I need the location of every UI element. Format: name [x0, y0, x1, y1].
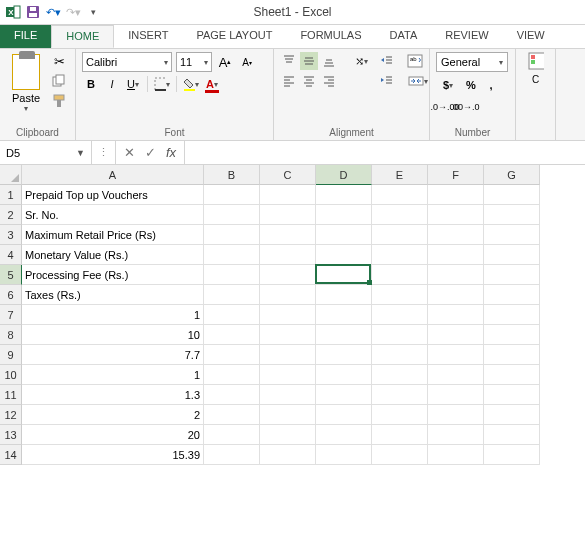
increase-font-icon[interactable]: A▴: [216, 53, 234, 71]
format-painter-icon[interactable]: [50, 92, 68, 110]
cell[interactable]: [204, 305, 260, 325]
cell[interactable]: [484, 265, 540, 285]
font-color-button[interactable]: A▾: [203, 75, 221, 93]
cell[interactable]: [204, 325, 260, 345]
cell[interactable]: [316, 285, 372, 305]
decrease-font-icon[interactable]: A▾: [238, 53, 256, 71]
cell[interactable]: [316, 365, 372, 385]
cell[interactable]: [484, 385, 540, 405]
tab-file[interactable]: FILE: [0, 25, 51, 48]
tab-view[interactable]: VIEW: [503, 25, 559, 48]
cancel-icon[interactable]: ✕: [124, 145, 135, 160]
cell[interactable]: [428, 425, 484, 445]
cell[interactable]: [204, 445, 260, 465]
column-header[interactable]: C: [260, 165, 316, 185]
cell[interactable]: [316, 345, 372, 365]
paste-dropdown-icon[interactable]: ▾: [6, 104, 46, 113]
column-header[interactable]: G: [484, 165, 540, 185]
cell[interactable]: [260, 405, 316, 425]
bold-button[interactable]: B: [82, 75, 100, 93]
underline-button[interactable]: U▾: [124, 75, 142, 93]
row-header[interactable]: 6: [0, 285, 22, 305]
row-header[interactable]: 10: [0, 365, 22, 385]
cell[interactable]: [204, 185, 260, 205]
cell[interactable]: [484, 365, 540, 385]
number-format-combo[interactable]: General▾: [436, 52, 508, 72]
cell[interactable]: [204, 205, 260, 225]
column-header[interactable]: B: [204, 165, 260, 185]
cell[interactable]: [260, 185, 316, 205]
cell[interactable]: [372, 285, 428, 305]
cell[interactable]: [316, 185, 372, 205]
cell[interactable]: [260, 305, 316, 325]
cell[interactable]: [204, 405, 260, 425]
borders-button[interactable]: ▾: [153, 75, 171, 93]
cell[interactable]: [316, 205, 372, 225]
cell[interactable]: [316, 405, 372, 425]
formula-input[interactable]: [185, 141, 585, 164]
column-header[interactable]: D: [316, 165, 372, 185]
cell[interactable]: Maximum Retail Price (Rs): [22, 225, 204, 245]
cells-area[interactable]: Prepaid Top up VouchersSr. No.Maximum Re…: [22, 185, 540, 465]
cell[interactable]: [484, 445, 540, 465]
cell[interactable]: [316, 225, 372, 245]
column-header[interactable]: F: [428, 165, 484, 185]
row-header[interactable]: 12: [0, 405, 22, 425]
cell[interactable]: [316, 385, 372, 405]
cell[interactable]: [372, 405, 428, 425]
cell[interactable]: 10: [22, 325, 204, 345]
cell[interactable]: [204, 245, 260, 265]
enter-icon[interactable]: ✓: [145, 145, 156, 160]
row-header[interactable]: 7: [0, 305, 22, 325]
cell[interactable]: 1: [22, 305, 204, 325]
cell[interactable]: [428, 245, 484, 265]
cell[interactable]: [428, 405, 484, 425]
cell[interactable]: [260, 285, 316, 305]
cell[interactable]: 2: [22, 405, 204, 425]
cell[interactable]: [204, 265, 260, 285]
qat-customize-icon[interactable]: ▾: [84, 3, 102, 21]
cell[interactable]: [428, 445, 484, 465]
cell[interactable]: [204, 365, 260, 385]
cell[interactable]: [372, 445, 428, 465]
row-header[interactable]: 1: [0, 185, 22, 205]
cell[interactable]: [260, 265, 316, 285]
cell[interactable]: 7.7: [22, 345, 204, 365]
align-left-icon[interactable]: [280, 72, 298, 90]
cell[interactable]: [484, 425, 540, 445]
merge-center-button[interactable]: ▾: [404, 72, 432, 90]
cell[interactable]: [204, 285, 260, 305]
cell[interactable]: [204, 225, 260, 245]
cell[interactable]: [260, 325, 316, 345]
row-header[interactable]: 11: [0, 385, 22, 405]
tab-page-layout[interactable]: PAGE LAYOUT: [182, 25, 286, 48]
font-size-combo[interactable]: 11▾: [176, 52, 212, 72]
cell[interactable]: [316, 425, 372, 445]
cell[interactable]: 20: [22, 425, 204, 445]
tab-insert[interactable]: INSERT: [114, 25, 182, 48]
cell[interactable]: [372, 225, 428, 245]
cell[interactable]: [428, 325, 484, 345]
paste-button[interactable]: Paste ▾: [6, 52, 46, 113]
cell[interactable]: [316, 445, 372, 465]
tab-data[interactable]: DATA: [376, 25, 432, 48]
tab-formulas[interactable]: FORMULAS: [286, 25, 375, 48]
select-all-cell[interactable]: [0, 165, 22, 185]
conditional-formatting-icon[interactable]: [527, 52, 545, 70]
cell[interactable]: [484, 405, 540, 425]
cell[interactable]: [372, 245, 428, 265]
cell[interactable]: [260, 205, 316, 225]
cell[interactable]: [372, 265, 428, 285]
cell[interactable]: 15.39: [22, 445, 204, 465]
align-middle-icon[interactable]: [300, 52, 318, 70]
cell[interactable]: [372, 305, 428, 325]
cell[interactable]: [372, 205, 428, 225]
cell[interactable]: 1.3: [22, 385, 204, 405]
increase-indent-icon[interactable]: [378, 72, 396, 90]
cell[interactable]: [372, 385, 428, 405]
cell[interactable]: [372, 365, 428, 385]
cell[interactable]: 1: [22, 365, 204, 385]
name-box[interactable]: D5▼: [0, 141, 92, 164]
cell[interactable]: [428, 285, 484, 305]
column-header[interactable]: E: [372, 165, 428, 185]
